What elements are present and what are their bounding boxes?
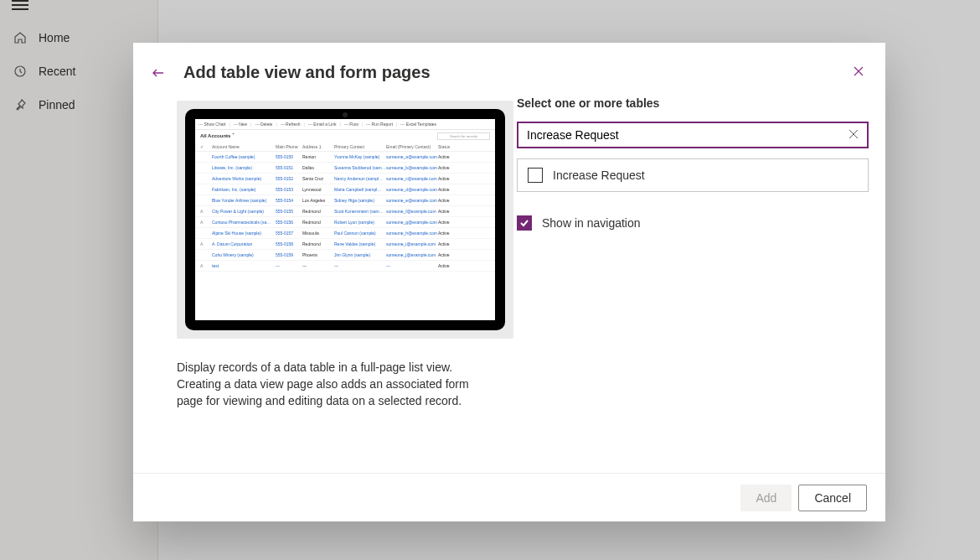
table-option-increase-request[interactable]: Increase Request: [517, 158, 869, 192]
preview-image: ⋯ Show Chart|⋯ New|⋯ Delete|⋯ Refresh|⋯ …: [177, 101, 513, 339]
table-option-label: Increase Request: [553, 169, 645, 182]
show-in-nav-label: Show in navigation: [542, 216, 641, 230]
table-option-checkbox[interactable]: [528, 168, 543, 183]
dialog-title: Add table view and form pages: [183, 63, 497, 82]
table-search-input[interactable]: [518, 123, 867, 147]
show-in-nav-checkbox[interactable]: [517, 215, 532, 231]
back-button[interactable]: [152, 66, 165, 80]
add-table-view-dialog: Add table view and form pages ⋯ Show Cha…: [133, 43, 885, 521]
show-in-navigation-toggle[interactable]: Show in navigation: [517, 215, 869, 231]
cancel-button[interactable]: Cancel: [798, 485, 867, 511]
add-button[interactable]: Add: [740, 485, 792, 511]
close-button[interactable]: [848, 61, 869, 81]
dialog-footer: Add Cancel: [133, 473, 885, 521]
clear-search-icon[interactable]: [848, 128, 862, 142]
select-tables-label: Select one or more tables: [517, 96, 869, 110]
dialog-description: Display records of a data table in a ful…: [177, 359, 497, 409]
table-search-field[interactable]: [517, 122, 869, 148]
